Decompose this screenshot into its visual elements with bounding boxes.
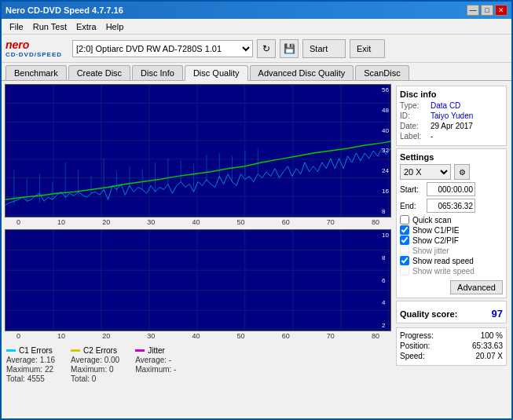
jitter-avg: Average: - (135, 356, 176, 364)
tab-create-disc[interactable]: Create Disc (68, 65, 130, 80)
c1-avg: Average: 1.16 (6, 356, 55, 364)
main-window: Nero CD-DVD Speed 4.7.7.16 — □ ✕ File Ru… (0, 0, 513, 420)
show-read-speed-label: Show read speed (412, 257, 474, 265)
show-c2-checkbox[interactable] (400, 236, 409, 245)
quality-score: 97 (492, 308, 503, 320)
start-button[interactable]: Start (302, 39, 346, 58)
title-bar-buttons: — □ ✕ (467, 5, 508, 16)
legend-c2-header: C2 Errors (71, 346, 119, 355)
exit-button[interactable]: Exit (350, 39, 385, 58)
show-read-speed-row: Show read speed (400, 256, 503, 265)
tab-disc-info[interactable]: Disc Info (132, 65, 183, 80)
drive-select[interactable]: [2:0] Optiarc DVD RW AD-7280S 1.01 (72, 40, 253, 57)
logo-nero: nero (5, 38, 62, 51)
show-c1-label: Show C1/PIE (412, 226, 459, 235)
refresh-icon[interactable]: ↻ (257, 39, 276, 58)
c2-total: Total: 0 (71, 374, 119, 383)
menu-file[interactable]: File (5, 21, 28, 32)
disc-id-row: ID: Taiyo Yuden (400, 111, 503, 120)
speed-row: 20 X 4 X 8 X 16 X Max ⚙ (400, 164, 503, 180)
tab-disc-quality[interactable]: Disc Quality (185, 65, 248, 81)
show-jitter-label: Show jitter (412, 247, 449, 255)
show-c1-row: Show C1/PIE (400, 225, 503, 235)
jitter-color-swatch (135, 349, 145, 352)
close-button[interactable]: ✕ (495, 5, 508, 16)
show-write-speed-row: Show write speed (400, 266, 503, 276)
top-chart-svg (5, 85, 390, 217)
save-icon[interactable]: 💾 (280, 39, 299, 58)
c2-max: Maximum: 0 (71, 365, 119, 374)
label-value: - (431, 132, 433, 141)
disc-info-title: Disc info (400, 89, 503, 99)
minimize-button[interactable]: — (467, 5, 479, 16)
c1-max: Maximum: 22 (6, 365, 55, 374)
disc-type-row: Type: Data CD (400, 101, 503, 110)
top-chart-y-labels: 56 48 40 32 24 16 8 (382, 85, 389, 217)
end-time-input[interactable] (427, 199, 475, 213)
c2-label: C2 Errors (83, 346, 117, 355)
quality-panel: Quality score: 97 (396, 301, 507, 323)
show-c2-row: Show C2/PIF (400, 236, 503, 245)
progress-row: Progress: 100 % (400, 331, 503, 340)
bottom-chart-svg (5, 230, 390, 331)
start-label: Start: (400, 185, 423, 194)
show-c1-checkbox[interactable] (400, 225, 409, 235)
settings-icon-btn[interactable]: ⚙ (454, 164, 470, 180)
progress-panel: Progress: 100 % Position: 65:33.63 Speed… (396, 327, 507, 366)
speed-row: Speed: 20.07 X (400, 352, 503, 360)
bottom-chart: 10 8 6 4 2 (5, 229, 391, 331)
speed-select[interactable]: 20 X 4 X 8 X 16 X Max (400, 164, 451, 180)
toolbar: nero CD·DVD/SPEED [2:0] Optiarc DVD RW A… (2, 35, 511, 63)
position-row: Position: 65:33.63 (400, 341, 503, 350)
settings-title: Settings (400, 152, 503, 162)
c1-color-swatch (6, 349, 16, 352)
type-label: Type: (400, 101, 427, 110)
date-value: 29 Apr 2017 (431, 122, 473, 130)
advanced-button[interactable]: Advanced (450, 280, 503, 294)
end-row: End: (400, 199, 503, 213)
legend-jitter: Jitter Average: - Maximum: - (135, 346, 176, 383)
logo: nero CD·DVD/SPEED (5, 38, 62, 58)
top-chart-wrapper: 56 48 40 32 24 16 8 0 10 20 30 40 50 (5, 84, 391, 227)
c2-color-swatch (71, 349, 80, 352)
tab-benchmark[interactable]: Benchmark (5, 65, 67, 80)
quick-scan-label: Quick scan (412, 216, 451, 225)
menu-help[interactable]: Help (101, 21, 129, 32)
disc-label-row: Label: - (400, 132, 503, 141)
id-value: Taiyo Yuden (431, 111, 473, 120)
maximize-button[interactable]: □ (481, 5, 493, 16)
show-write-speed-label: Show write speed (412, 267, 475, 276)
side-panel: Disc info Type: Data CD ID: Taiyo Yuden … (394, 84, 508, 415)
legend-c1: C1 Errors Average: 1.16 Maximum: 22 Tota… (6, 346, 55, 383)
c1-label: C1 Errors (19, 346, 53, 355)
speed-label: Speed: (400, 352, 425, 360)
top-chart-x-labels: 0 10 20 30 40 50 60 70 80 (5, 217, 391, 227)
quality-score-row: Quality score: 97 (400, 308, 503, 320)
position-value: 65:33.63 (472, 341, 503, 350)
top-chart: 56 48 40 32 24 16 8 (5, 84, 391, 217)
position-label: Position: (400, 341, 430, 350)
progress-label: Progress: (400, 331, 434, 340)
menu-bar: File Run Test Extra Help (2, 19, 511, 35)
legend-c2: C2 Errors Average: 0.00 Maximum: 0 Total… (71, 346, 119, 383)
start-time-input[interactable] (427, 182, 475, 196)
window-title: Nero CD-DVD Speed 4.7.7.16 (5, 5, 123, 15)
bottom-chart-wrapper: 10 8 6 4 2 0 10 20 30 40 50 60 70 (5, 229, 391, 341)
bottom-chart-y-labels: 10 8 6 4 2 (382, 230, 389, 331)
bottom-chart-x-labels: 0 10 20 30 40 50 60 70 80 (5, 331, 391, 341)
chart-area: 56 48 40 32 24 16 8 0 10 20 30 40 50 (5, 84, 391, 415)
menu-extra[interactable]: Extra (71, 21, 101, 32)
tab-scan-disc[interactable]: ScanDisc (355, 65, 409, 80)
show-read-speed-checkbox[interactable] (400, 256, 409, 265)
type-value: Data CD (431, 101, 460, 110)
jitter-label: Jitter (148, 346, 165, 355)
id-label: ID: (400, 111, 427, 120)
progress-value: 100 % (481, 331, 503, 340)
jitter-max: Maximum: - (135, 365, 176, 374)
menu-run-test[interactable]: Run Test (28, 21, 71, 32)
tab-advanced-disc-quality[interactable]: Advanced Disc Quality (250, 65, 354, 80)
show-write-speed-checkbox[interactable] (400, 266, 409, 276)
show-jitter-checkbox[interactable] (400, 246, 409, 255)
quick-scan-checkbox[interactable] (400, 215, 409, 225)
date-label: Date: (400, 122, 427, 130)
